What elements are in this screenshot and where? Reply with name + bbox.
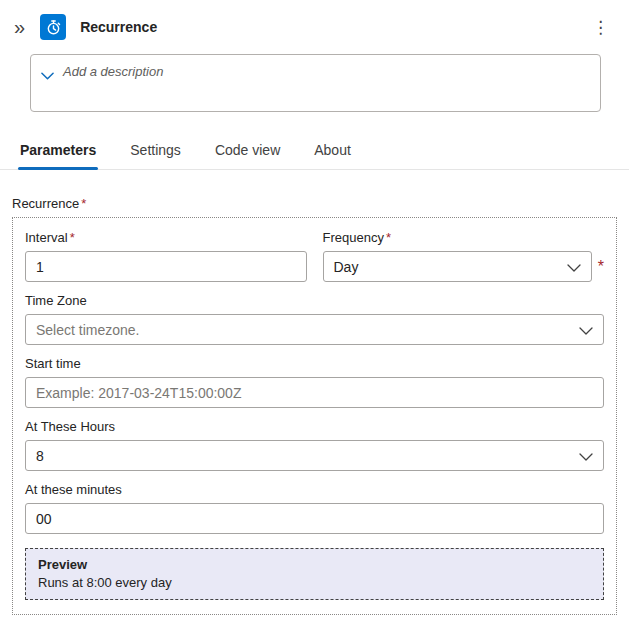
interval-input[interactable]: [25, 251, 307, 282]
chevron-down-icon: [579, 448, 593, 464]
timezone-label: Time Zone: [25, 293, 604, 308]
at-minutes-label: At these minutes: [25, 482, 604, 497]
frequency-label: Frequency*: [323, 230, 605, 245]
tab-about[interactable]: About: [312, 136, 353, 169]
chevron-double-right-icon[interactable]: »: [8, 15, 31, 39]
at-minutes-input[interactable]: [25, 503, 604, 534]
tab-settings[interactable]: Settings: [128, 136, 183, 169]
at-hours-label: At These Hours: [25, 419, 604, 434]
recurrence-group: Interval* Frequency* Day *: [12, 217, 617, 615]
required-asterisk: *: [81, 196, 86, 211]
recurrence-alarm-clock-icon: [40, 14, 66, 40]
description-placeholder: Add a description: [63, 64, 163, 79]
chevron-down-icon: [567, 259, 581, 275]
frequency-value: Day: [334, 259, 359, 275]
tab-code-view[interactable]: Code view: [213, 136, 282, 169]
at-hours-field: At These Hours 8: [25, 419, 604, 471]
timezone-field: Time Zone Select timezone.: [25, 293, 604, 345]
start-time-input[interactable]: [25, 377, 604, 408]
required-asterisk: *: [386, 230, 391, 245]
group-label: Recurrence*: [12, 196, 617, 211]
at-hours-dropdown[interactable]: 8: [25, 440, 604, 471]
frequency-dropdown[interactable]: Day: [323, 251, 592, 282]
required-asterisk: *: [598, 258, 604, 276]
frequency-field: Frequency* Day *: [323, 230, 605, 282]
tab-parameters[interactable]: Parameters: [18, 136, 98, 169]
chevron-down-icon: [579, 322, 593, 338]
interval-field: Interval*: [25, 230, 307, 282]
at-minutes-field: At these minutes: [25, 482, 604, 534]
description-box[interactable]: Add a description: [30, 54, 601, 112]
panel-header: » Recurrence ⋮: [0, 0, 629, 40]
start-time-label: Start time: [25, 356, 604, 371]
chevron-down-icon[interactable]: [41, 66, 54, 84]
start-time-field: Start time: [25, 356, 604, 408]
preview-title: Preview: [38, 557, 591, 572]
timezone-dropdown[interactable]: Select timezone.: [25, 314, 604, 345]
interval-label: Interval*: [25, 230, 307, 245]
group-label-text: Recurrence: [12, 196, 79, 211]
ellipsis-vertical-icon[interactable]: ⋮: [586, 15, 615, 40]
preview-box: Preview Runs at 8:00 every day: [25, 548, 604, 600]
at-hours-value: 8: [36, 448, 44, 464]
required-asterisk: *: [70, 230, 75, 245]
preview-text: Runs at 8:00 every day: [38, 575, 591, 590]
tabs-bar: Parameters Settings Code view About: [0, 136, 629, 170]
page-title: Recurrence: [80, 19, 157, 35]
timezone-placeholder: Select timezone.: [36, 322, 140, 338]
